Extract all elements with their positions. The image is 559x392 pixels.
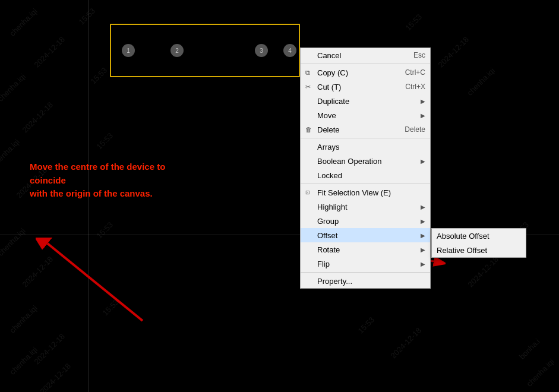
pad-4: 4 — [283, 44, 296, 57]
cut-icon: ✂ — [305, 83, 315, 91]
watermark: 2024-12-18 — [389, 326, 423, 361]
watermark: 15:53 — [356, 315, 376, 336]
copy-icon: ⧉ — [305, 69, 315, 77]
menu-separator — [301, 64, 430, 64]
fit-icon: ⊡ — [305, 189, 315, 195]
delete-icon: 🗑 — [305, 126, 315, 133]
menu-separator — [301, 272, 430, 273]
menu-item-flip[interactable]: Flip ▶ — [301, 257, 430, 271]
watermark: chenha.iqi — [8, 7, 39, 38]
menu-item-group[interactable]: Group ▶ — [301, 214, 430, 228]
watermark: chenha.iqi — [465, 66, 497, 97]
watermark: 2024-12-18 — [20, 100, 55, 135]
watermark: bonha.i — [517, 337, 542, 361]
menu-item-locked[interactable]: Locked — [301, 168, 430, 182]
watermark: 2024-12-18 — [32, 332, 67, 366]
submenu-arrow: ▶ — [421, 112, 425, 119]
menu-item-property[interactable]: Property... — [301, 274, 430, 288]
watermark: 2024-12-18 — [436, 35, 470, 69]
canvas-area: chenha.iqi 2024-12-18 15:53 chenha.iqi 2… — [0, 0, 559, 392]
submenu-arrow: ▶ — [421, 98, 425, 105]
context-menu: Cancel Esc ⧉ Copy (C) Ctrl+C ✂ Cut (T) C… — [300, 48, 431, 289]
menu-item-duplicate[interactable]: Duplicate ▶ — [301, 94, 430, 108]
menu-item-absolute-offset[interactable]: Absolute Offset — [432, 229, 526, 243]
watermark: chenha.iqi — [0, 226, 27, 258]
menu-item-copy[interactable]: ⧉ Copy (C) Ctrl+C — [301, 65, 430, 80]
pad-2: 2 — [170, 44, 184, 57]
menu-item-arrays[interactable]: Arrays — [301, 140, 430, 154]
menu-separator — [301, 138, 430, 138]
watermark: 2024-12-18 — [32, 35, 67, 69]
watermark: 2024-12-18 — [38, 362, 72, 392]
watermark: chenha.iqi — [0, 72, 27, 103]
menu-item-boolean[interactable]: Boolean Operation ▶ — [301, 154, 430, 168]
watermark: chenha.iqi — [8, 345, 39, 377]
menu-item-move[interactable]: Move ▶ — [301, 108, 430, 122]
submenu-arrow: ▶ — [421, 261, 425, 267]
watermark: 15:53 — [77, 7, 97, 27]
watermark: 2024-12-18 — [466, 255, 500, 289]
watermark: chenha.iqi — [0, 137, 21, 169]
menu-item-rotate[interactable]: Rotate ▶ — [301, 242, 430, 257]
pcb-component: 1 2 3 4 — [110, 24, 300, 77]
menu-item-offset[interactable]: Offset ▶ Absolute Offset Relative Offset — [301, 228, 430, 242]
red-arrow — [36, 238, 154, 333]
offset-submenu: Absolute Offset Relative Offset — [431, 228, 526, 258]
instruction-text: Move the centre of the device to coincid… — [30, 160, 196, 201]
menu-item-cancel[interactable]: Cancel Esc — [301, 48, 430, 62]
submenu-arrow: ▶ — [421, 218, 425, 225]
menu-item-delete[interactable]: 🗑 Delete Delete — [301, 122, 430, 137]
menu-separator — [301, 184, 430, 184]
svg-line-1 — [48, 244, 143, 321]
watermark: 15:53 — [89, 66, 109, 86]
submenu-arrow: ▶ — [421, 158, 425, 165]
menu-item-highlight[interactable]: Highlight ▶ — [301, 200, 430, 214]
menu-item-relative-offset[interactable]: Relative Offset — [432, 243, 526, 257]
submenu-arrow: ▶ — [421, 204, 425, 210]
watermark: 15:53 — [403, 12, 424, 33]
submenu-arrow: ▶ — [421, 232, 425, 239]
watermark: 15:53 — [94, 131, 115, 151]
pad-3: 3 — [255, 44, 268, 57]
menu-item-cut[interactable]: ✂ Cut (T) Ctrl+X — [301, 80, 430, 94]
submenu-arrow: ▶ — [421, 246, 425, 253]
watermark: chenha.iqi — [525, 357, 556, 388]
menu-item-fitselection[interactable]: ⊡ Fit Selection View (E) — [301, 185, 430, 200]
pad-1: 1 — [122, 44, 135, 57]
watermark: chenha.iqi — [8, 304, 39, 335]
